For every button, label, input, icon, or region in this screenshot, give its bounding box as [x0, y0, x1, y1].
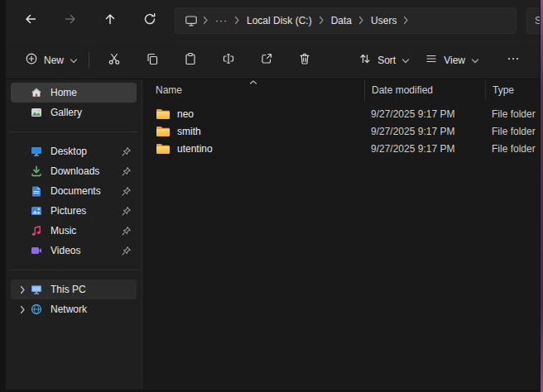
- sidebar-item-label: This PC: [50, 284, 132, 295]
- trash-icon: [298, 52, 311, 68]
- sidebar-item-desktop[interactable]: Desktop: [11, 141, 137, 161]
- up-button[interactable]: [95, 7, 125, 35]
- sidebar-item-downloads[interactable]: Downloads: [11, 161, 137, 181]
- sidebar-item-label: Home: [50, 87, 132, 98]
- chevron-right-icon[interactable]: [16, 303, 30, 316]
- sidebar-item-label: Network: [50, 304, 132, 315]
- scissors-icon: [108, 52, 121, 68]
- breadcrumb-users[interactable]: Users: [365, 11, 402, 31]
- navigation-pane: Home Gallery Desktop: [6, 79, 142, 390]
- paste-button[interactable]: [175, 46, 205, 74]
- file-row-smith[interactable]: smith 9/27/2025 9:17 PM File folder: [142, 122, 540, 140]
- expander-slot: [16, 106, 30, 119]
- chevron-right-icon: [318, 16, 325, 25]
- copy-icon: [146, 52, 159, 68]
- sidebar-separator: [9, 131, 138, 132]
- share-button[interactable]: [252, 46, 281, 74]
- pin-icon: [120, 185, 132, 197]
- file-date-modified: 9/27/2025 9:17 PM: [364, 143, 485, 155]
- arrow-right-icon: [64, 12, 77, 28]
- column-header-date-modified[interactable]: Date modified: [364, 79, 485, 101]
- more-options-button[interactable]: [498, 46, 528, 74]
- file-name: smith: [177, 126, 201, 137]
- sidebar-item-label: Pictures: [50, 205, 120, 217]
- gallery-icon: [30, 106, 43, 119]
- view-button[interactable]: View: [417, 47, 487, 74]
- back-button[interactable]: [16, 7, 46, 35]
- view-label: View: [444, 55, 465, 66]
- sidebar-item-home[interactable]: Home: [11, 83, 137, 103]
- sort-icon: [358, 52, 372, 68]
- chevron-right-icon[interactable]: [16, 283, 30, 296]
- chevron-right-icon: [233, 16, 241, 25]
- file-type: File folder: [485, 143, 540, 155]
- arrow-up-icon: [103, 12, 117, 28]
- rename-icon: [222, 52, 235, 68]
- expander-slot: [16, 204, 30, 218]
- column-label: Type: [493, 84, 514, 96]
- address-bar[interactable]: ··· Local Disk (C:) Data Users: [175, 7, 517, 34]
- sidebar-item-label: Desktop: [50, 146, 120, 157]
- share-icon: [260, 52, 273, 68]
- desktop-icon: [30, 145, 43, 158]
- pin-icon: [120, 165, 132, 177]
- file-date-modified: 9/27/2025 9:17 PM: [364, 108, 485, 120]
- sidebar-item-label: Gallery: [50, 107, 132, 118]
- sort-button[interactable]: Sort: [351, 47, 417, 74]
- folder-icon: [156, 143, 171, 155]
- chevron-down-icon: [70, 55, 78, 66]
- file-row-utentino[interactable]: utentino 9/27/2025 9:17 PM File folder: [142, 140, 540, 157]
- ellipsis-icon: [507, 52, 520, 68]
- rename-button[interactable]: [214, 46, 243, 74]
- folder-icon: [156, 108, 171, 120]
- expander-slot: [16, 145, 30, 158]
- cut-button[interactable]: [99, 46, 129, 74]
- command-bar: New: [6, 41, 540, 79]
- expander-slot: [16, 244, 30, 257]
- sidebar-item-documents[interactable]: Documents: [11, 181, 137, 201]
- breadcrumb-local-disk[interactable]: Local Disk (C:): [241, 11, 318, 31]
- sidebar-item-this-pc[interactable]: This PC: [11, 280, 137, 299]
- sidebar-item-network[interactable]: Network: [11, 299, 137, 319]
- search-input[interactable]: Se: [526, 7, 540, 34]
- downloads-icon: [30, 165, 43, 178]
- expander-slot: [16, 184, 30, 198]
- copy-button[interactable]: [137, 46, 167, 74]
- file-name: utentino: [177, 143, 213, 155]
- toolbar-separator: [89, 52, 89, 69]
- search-text: Se: [535, 15, 540, 26]
- folder-icon: [156, 126, 171, 137]
- sidebar-item-label: Documents: [50, 185, 120, 197]
- navigation-bar: ··· Local Disk (C:) Data Users Se: [6, 0, 540, 41]
- pin-icon: [120, 205, 132, 217]
- chevron-down-icon: [401, 55, 410, 66]
- sidebar-item-videos[interactable]: Videos: [11, 241, 137, 261]
- chevron-right-icon: [358, 16, 365, 25]
- sidebar-item-gallery[interactable]: Gallery: [11, 103, 137, 122]
- sidebar-separator: [9, 270, 138, 270]
- chevron-right-icon: [402, 16, 410, 25]
- column-header-type[interactable]: Type: [485, 79, 540, 101]
- forward-button[interactable]: [55, 7, 85, 35]
- pin-icon: [120, 245, 132, 256]
- breadcrumb-data[interactable]: Data: [325, 11, 358, 31]
- column-header-name[interactable]: Name: [142, 79, 364, 101]
- file-row-neo[interactable]: neo 9/27/2025 9:17 PM File folder: [142, 105, 540, 122]
- file-list-pane: Name Date modified Type: [142, 79, 540, 390]
- network-icon: [30, 303, 43, 316]
- file-type: File folder: [485, 126, 540, 137]
- sidebar-item-music[interactable]: Music: [11, 221, 137, 241]
- file-name: neo: [177, 108, 194, 120]
- refresh-button[interactable]: [135, 7, 165, 35]
- file-explorer-window: ··· Local Disk (C:) Data Users Se: [6, 0, 540, 390]
- this-pc-icon: [30, 283, 43, 296]
- chevron-right-icon: [202, 16, 209, 25]
- sidebar-item-pictures[interactable]: Pictures: [11, 201, 137, 221]
- home-icon: [30, 86, 43, 99]
- new-button[interactable]: New: [17, 47, 85, 74]
- videos-icon: [30, 244, 43, 257]
- music-icon: [30, 224, 43, 237]
- delete-button[interactable]: [290, 46, 320, 74]
- pictures-icon: [30, 204, 43, 218]
- breadcrumb-overflow[interactable]: ···: [209, 11, 233, 31]
